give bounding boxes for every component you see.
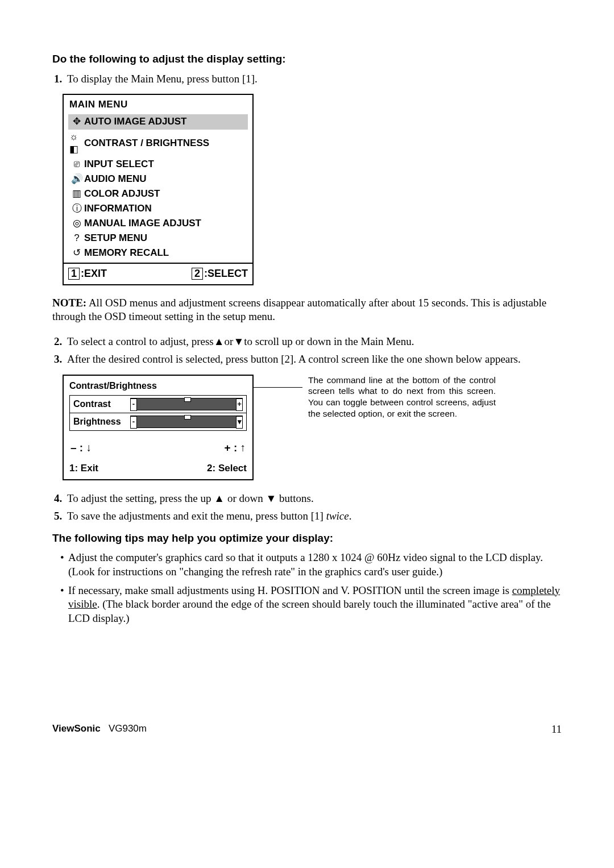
osd-menu-item: ☼ ◧CONTRAST / BRIGHTNESS [68, 130, 248, 157]
menu-item-icon: ✥ [69, 115, 84, 128]
step-4: To adjust the setting, press the up or d… [65, 492, 562, 506]
heading-adjust-display: Do the following to adjust the display s… [52, 52, 562, 67]
menu-item-icon: ⓘ [69, 202, 84, 215]
step-1: To display the Main Menu, press button [… [65, 72, 562, 86]
osd-select: 2:SELECT [192, 267, 248, 280]
osd-menu-item: ⓘINFORMATION [68, 201, 248, 216]
menu-item-icon: ◎ [69, 217, 84, 230]
osd-contrast-brightness: Contrast/Brightness Contrast -+ Brightne… [63, 375, 254, 481]
minus-down-hint: – : ↓ [70, 441, 92, 455]
triangle-down-icon [233, 335, 244, 347]
menu-item-label: AUDIO MENU [84, 173, 147, 185]
osd-menu-item: ▥COLOR ADJUST [68, 186, 248, 201]
triangle-down-icon [265, 492, 276, 504]
step-3: After the desired control is selected, p… [65, 352, 562, 367]
osd-menu-item: ✥AUTO IMAGE ADJUST [68, 114, 248, 129]
brightness-slider: -▾ [130, 416, 243, 428]
menu-item-label: AUTO IMAGE ADJUST [84, 115, 186, 128]
footer-brand: ViewSonic [52, 723, 101, 734]
menu-item-label: CONTRAST / BRIGHTNESS [84, 137, 209, 149]
callout-text: The command line at the bottom of the co… [308, 375, 496, 420]
menu-item-icon: ↺ [69, 247, 84, 259]
boxed-digit-2: 2 [192, 268, 203, 280]
menu-item-icon: ☼ ◧ [69, 131, 84, 156]
cb-title: Contrast/Brightness [64, 376, 252, 396]
heading-tips: The following tips may help you optimize… [52, 531, 562, 546]
contrast-slider: -+ [130, 398, 243, 410]
tips-list: Adjust the computer's graphics card so t… [52, 551, 562, 625]
cb-select: 2: Select [207, 462, 247, 475]
osd-menu-item: ?SETUP MENU [68, 231, 248, 246]
steps-list-3: To adjust the setting, press the up or d… [52, 492, 562, 523]
cb-row-brightness: Brightness [73, 416, 130, 428]
menu-item-label: INPUT SELECT [84, 158, 154, 171]
page-number: 11 [551, 722, 562, 737]
osd-exit: 1:EXIT [68, 267, 107, 280]
menu-item-label: SETUP MENU [84, 232, 147, 244]
steps-list-1: To display the Main Menu, press button [… [52, 72, 562, 86]
osd-menu-item: ◎MANUAL IMAGE ADJUST [68, 216, 248, 231]
menu-item-label: MANUAL IMAGE ADJUST [84, 217, 201, 230]
menu-item-label: MEMORY RECALL [84, 247, 169, 259]
osd-main-menu: MAIN MENU ✥AUTO IMAGE ADJUST☼ ◧CONTRAST … [63, 94, 254, 285]
cb-exit: 1: Exit [69, 462, 98, 475]
osd-menu-item: 🔊AUDIO MENU [68, 172, 248, 186]
menu-item-icon: ? [69, 232, 84, 244]
triangle-up-icon [214, 492, 225, 504]
menu-item-icon: 🔊 [69, 173, 84, 185]
osd-menu-item: ↺MEMORY RECALL [68, 246, 248, 260]
step-2: To select a control to adjust, pressorto… [65, 335, 562, 349]
step-5: To save the adjustments and exit the men… [65, 509, 562, 524]
tip-1: Adjust the computer's graphics card so t… [60, 551, 562, 579]
cb-row-contrast: Contrast [73, 398, 130, 410]
callout-leader-top [254, 387, 302, 388]
boxed-digit-1: 1 [68, 268, 80, 280]
page-footer: ViewSonic VG930m 11 [52, 722, 562, 735]
plus-up-hint: + : ↑ [225, 441, 246, 455]
menu-item-icon: ▥ [69, 188, 84, 200]
footer-model: VG930m [109, 723, 147, 734]
tip-2: If necessary, make small adjustments usi… [60, 584, 562, 626]
menu-item-label: COLOR ADJUST [84, 188, 160, 200]
osd-menu-item: ⎚INPUT SELECT [68, 157, 248, 172]
osd-title: MAIN MENU [64, 95, 252, 114]
note-paragraph: NOTE: All OSD menus and adjustment scree… [52, 296, 562, 324]
menu-item-icon: ⎚ [69, 158, 84, 171]
note-label: NOTE: [52, 297, 86, 309]
note-body: All OSD menus and adjustment screens dis… [52, 297, 546, 323]
menu-item-label: INFORMATION [84, 202, 152, 215]
triangle-up-icon [214, 335, 225, 347]
steps-list-2: To select a control to adjust, pressorto… [52, 335, 562, 366]
